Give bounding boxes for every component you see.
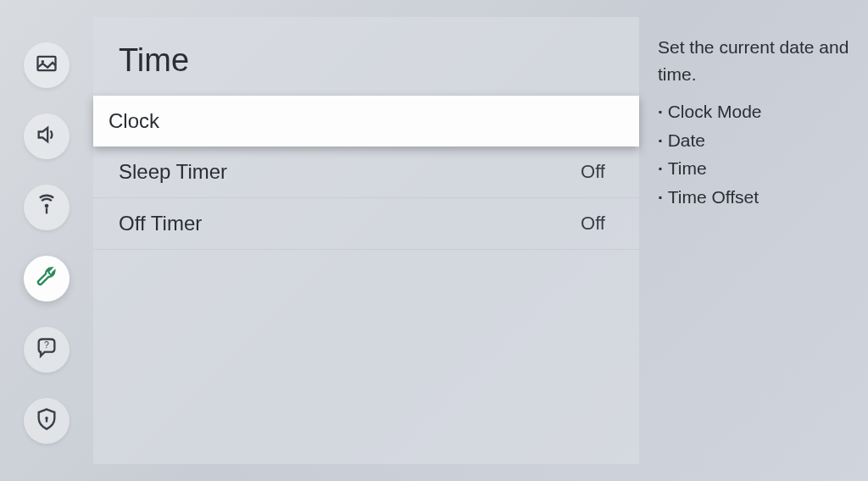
menu-item-off-timer[interactable]: Off Timer Off <box>93 198 639 250</box>
sidebar-broadcast[interactable] <box>24 185 70 230</box>
menu-item-clock[interactable]: Clock <box>93 96 639 147</box>
menu-value: Off <box>581 213 605 235</box>
menu-value: Off <box>581 161 605 183</box>
info-option: Time Offset <box>658 183 851 212</box>
menu-item-sleep-timer[interactable]: Sleep Timer Off <box>93 147 639 198</box>
info-option: Time <box>658 154 851 183</box>
sidebar-support[interactable]: ? <box>24 327 70 373</box>
wrench-icon <box>35 265 58 292</box>
shield-lock-icon <box>35 407 58 434</box>
sidebar-sound[interactable] <box>24 113 70 159</box>
broadcast-icon <box>35 194 58 221</box>
info-option: Clock Mode <box>658 97 851 126</box>
menu-label: Off Timer <box>119 212 202 235</box>
support-icon: ? <box>35 336 58 363</box>
menu-label: Sleep Timer <box>119 160 227 184</box>
sound-icon <box>35 123 58 150</box>
main-panel: Time Clock Sleep Timer Off Off Timer Off <box>93 0 648 481</box>
page-title: Time <box>93 42 639 79</box>
svg-text:?: ? <box>44 340 49 350</box>
info-description: Set the current date and time. <box>658 34 851 87</box>
settings-sidebar: ? <box>0 0 93 481</box>
svg-point-2 <box>45 204 49 208</box>
sidebar-general[interactable] <box>24 256 70 301</box>
sidebar-privacy[interactable] <box>24 398 70 444</box>
picture-icon <box>35 52 58 79</box>
menu-label: Clock <box>108 109 159 133</box>
info-panel: Set the current date and time. Clock Mod… <box>648 0 868 481</box>
menu-list: Clock Sleep Timer Off Off Timer Off <box>93 96 639 250</box>
info-option-list: Clock Mode Date Time Time Offset <box>658 97 851 211</box>
sidebar-picture[interactable] <box>24 42 70 88</box>
info-option: Date <box>658 126 851 155</box>
